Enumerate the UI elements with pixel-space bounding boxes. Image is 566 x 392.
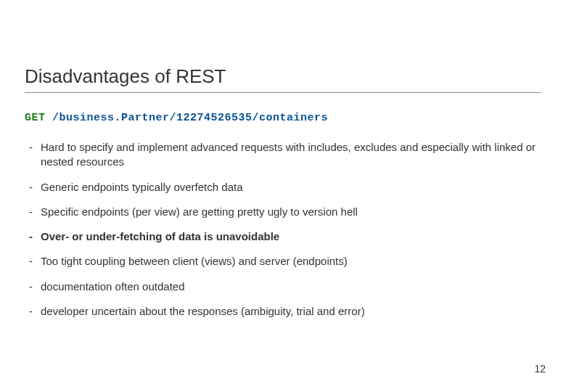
request-path: /business.Partner/12274526535/containers <box>52 112 328 124</box>
page-number: 12 <box>534 363 546 375</box>
bullet-list: Hard to specify and implement advanced r… <box>25 140 541 319</box>
request-line: GET /business.Partner/12274526535/contai… <box>25 112 541 124</box>
list-item: Too tight coupling between client (views… <box>41 254 541 269</box>
list-item: Specific endpoints (per view) are gettin… <box>41 205 541 219</box>
slide-title: Disadvantages of REST <box>25 65 541 93</box>
list-item: Generic endpoints typically overfetch da… <box>41 180 541 195</box>
list-item: Hard to specify and implement advanced r… <box>41 140 541 170</box>
list-item: Over- or under-fetching of data is unavo… <box>41 229 541 244</box>
list-item: developer uncertain about the responses … <box>41 304 541 319</box>
http-method: GET <box>25 112 46 124</box>
list-item: documentation often outdated <box>41 279 541 294</box>
